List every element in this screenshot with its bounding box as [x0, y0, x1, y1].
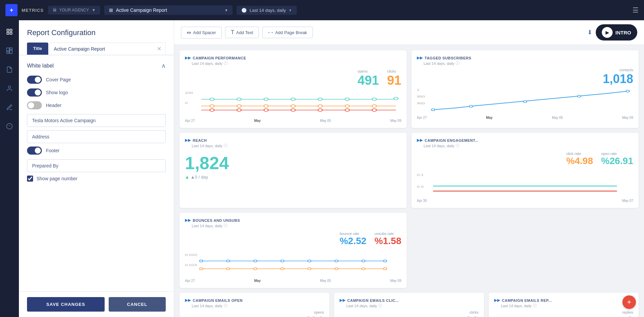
header-toggle-row: Header: [27, 101, 166, 109]
svg-point-65: [254, 268, 257, 270]
tab-value-input[interactable]: Active Campaign Report ✕: [50, 43, 166, 55]
intro-badge[interactable]: ▶ INTRO: [596, 24, 637, 41]
add-page-break-button[interactable]: - - Add Page Break: [262, 27, 313, 38]
header-toggle[interactable]: [27, 101, 42, 109]
svg-point-24: [210, 105, 214, 107]
prepared-by-input[interactable]: [27, 159, 166, 172]
config-panel: Report Configuration Title Active Campai…: [19, 20, 174, 317]
hamburger-menu[interactable]: ☰: [633, 6, 639, 14]
cover-page-toggle[interactable]: [27, 76, 42, 84]
brand-label: METRICS: [22, 8, 44, 13]
campaign-dates: Apr 27MayMay 05May 09: [185, 119, 401, 123]
sidebar-settings-icon[interactable]: [3, 101, 16, 113]
reach-title: ▶▶ REACH: [185, 138, 401, 142]
sidebar-home-icon[interactable]: [3, 26, 16, 38]
campaign-input[interactable]: [27, 114, 166, 127]
emails-clicks-card: ▶▶ CAMPAIGN EMAILS CLIC... Last 14 days,…: [334, 293, 484, 317]
campaign-input-row: [27, 114, 166, 127]
svg-text:0: 0: [185, 101, 188, 105]
emails-replies-icon: ▶▶: [494, 298, 500, 302]
emails-open-metric: opens 491: [185, 310, 324, 317]
date-label: Last 14 days, daily: [249, 8, 286, 13]
bounce-rate-metric: bounce rate %2.52: [340, 232, 366, 246]
cover-page-label: Cover Page: [46, 77, 71, 82]
svg-point-19: [318, 98, 322, 101]
sidebar-reports-icon[interactable]: [3, 63, 16, 76]
svg-rect-1: [10, 29, 12, 31]
bottom-row: ▶▶ CAMPAIGN EMAILS OPEN Last 14 days, da…: [180, 293, 639, 317]
play-icon: ▶: [602, 27, 613, 38]
download-icon[interactable]: ⬇: [587, 29, 592, 36]
svg-point-43: [469, 105, 473, 107]
engagement-title: ▶▶ CAMPAIGN ENGAGEMENT...: [417, 138, 633, 142]
sidebar-dashboard-icon[interactable]: [3, 45, 16, 57]
svg-point-33: [237, 109, 241, 111]
svg-point-36: [318, 109, 322, 111]
svg-rect-2: [10, 32, 12, 34]
svg-rect-0: [7, 29, 9, 31]
tab-close-btn[interactable]: ✕: [157, 46, 161, 52]
svg-point-35: [291, 109, 295, 111]
page-break-icon: - -: [268, 29, 273, 35]
title-tab[interactable]: Title: [27, 43, 48, 55]
footer-toggle-row: Footer: [27, 147, 166, 155]
spacer-icon: ⇔: [187, 29, 191, 36]
toolbar: ⇔ Add Spacer T Add Text - - Add Page Bre…: [174, 20, 644, 45]
svg-point-30: [372, 105, 376, 107]
svg-point-57: [281, 260, 284, 262]
brand-logo[interactable]: +: [5, 4, 18, 16]
svg-point-18: [291, 98, 295, 101]
sidebar-user-icon[interactable]: [3, 82, 16, 95]
collapse-btn[interactable]: ∧: [161, 62, 166, 70]
engagement-chart: 0.1 0.0: [417, 169, 633, 196]
svg-point-28: [318, 105, 322, 107]
reach-sub: ▲ ▲0 / day: [185, 175, 401, 180]
bounces-dates: Apr 27MayMay 05May 09: [185, 279, 401, 283]
svg-point-64: [226, 268, 230, 270]
svg-point-70: [383, 268, 387, 270]
engagement-subtitle: Last 14 days, daily ⓘ: [424, 143, 633, 148]
campaign-performance-title: ▶▶ CAMPAIGN PERFORMANCE: [185, 56, 401, 60]
svg-point-58: [308, 260, 311, 262]
report-selector[interactable]: ⊞ Active Campaign Report ▼: [104, 5, 233, 15]
unsubs-rate-metric: unsubs rate %1.58: [375, 232, 401, 246]
sidebar-info-icon[interactable]: [3, 120, 16, 132]
clock-icon: 🕐: [241, 8, 247, 13]
address-input[interactable]: [27, 130, 166, 143]
main-content: ⇔ Add Spacer T Add Text - - Add Page Bre…: [174, 20, 644, 317]
date-dropdown-arrow: ▼: [289, 8, 292, 12]
agency-selector[interactable]: 🏛 YOUR AGENCY ▼: [48, 6, 101, 15]
header-label: Header: [46, 103, 61, 108]
svg-point-68: [335, 268, 338, 270]
svg-point-20: [345, 98, 349, 101]
tab-value-text: Active Campaign Report: [54, 46, 157, 52]
svg-point-34: [264, 109, 268, 111]
tagged-subscribers-subtitle: Last 14 days, daily ⓘ: [424, 61, 633, 66]
svg-point-60: [362, 260, 365, 262]
footer-label: Footer: [46, 148, 59, 153]
svg-point-59: [335, 260, 338, 262]
info-icon: ⓘ: [224, 61, 227, 66]
tagged-subscribers-title: ▶▶ TAGGED SUBSCRIBERS: [417, 56, 633, 60]
svg-rect-4: [7, 48, 9, 51]
bounces-icon: ▶▶: [185, 218, 191, 222]
page-number-checkbox[interactable]: [27, 176, 33, 182]
emails-replies-subtitle: Last 14 days, daily ⓘ: [501, 303, 633, 308]
engagement-metrics: click rate %4.98 open rate %26.91: [417, 152, 633, 166]
save-changes-button[interactable]: SAVE CHANGES: [27, 297, 105, 312]
cancel-button[interactable]: CANCEL: [109, 297, 166, 312]
emails-open-icon: ▶▶: [185, 298, 191, 302]
campaign-performance-card: ▶▶ CAMPAIGN PERFORMANCE Last 14 days, da…: [180, 50, 407, 128]
date-selector[interactable]: 🕐 Last 14 days, daily ▼: [237, 6, 297, 15]
white-label-section: White label ∧ Cover Page Show logo Heade…: [19, 55, 174, 188]
add-text-button[interactable]: T Add Text: [225, 27, 259, 38]
dashboard-scroll[interactable]: ▶▶ CAMPAIGN PERFORMANCE Last 14 days, da…: [174, 45, 644, 317]
svg-point-46: [626, 90, 629, 92]
footer-toggle[interactable]: [27, 147, 42, 155]
tagged-info-icon: ⓘ: [456, 61, 459, 66]
add-spacer-button[interactable]: ⇔ Add Spacer: [181, 27, 222, 38]
svg-text:1: 1: [417, 88, 420, 91]
svg-text:200: 200: [185, 91, 193, 95]
show-logo-toggle[interactable]: [27, 88, 42, 97]
add-fab-button[interactable]: +: [622, 295, 636, 309]
